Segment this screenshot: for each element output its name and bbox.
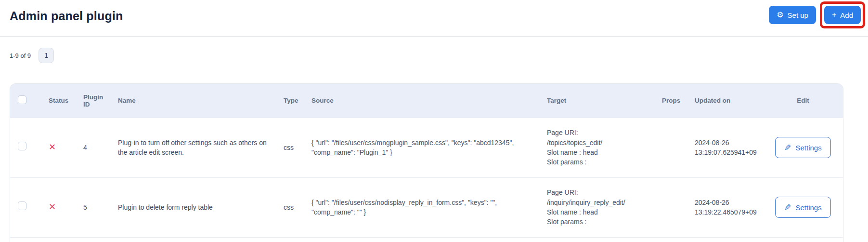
toolbar: ⚙ Set up + Add (769, 1, 865, 28)
plus-icon: + (832, 11, 836, 19)
column-header-target: Target (539, 84, 654, 118)
plugin-updated-on: 2024-08-26 13:19:07.625941+09 (687, 118, 762, 177)
setup-button[interactable]: ⚙ Set up (769, 6, 816, 24)
pagination-page-1-button[interactable]: 1 (39, 48, 54, 63)
column-header-type: Type (276, 84, 304, 118)
plugin-props (654, 118, 687, 177)
plugin-id-value: 5 (76, 177, 110, 237)
target-slot-params: Slot params : (547, 157, 647, 167)
status-x-icon: ✕ (49, 202, 56, 212)
table-header-row: Status Plugin ID Name Type Source Target… (10, 84, 843, 118)
column-header-status: Status (41, 84, 76, 118)
gear-icon: ⚙ (777, 11, 783, 19)
header-divider (0, 36, 868, 37)
add-button-highlight-box: + Add (820, 1, 865, 28)
target-page-uri-label: Page URI: (547, 128, 647, 137)
updated-date: 2024-08-26 (695, 198, 754, 207)
pagination: 1-9 of 9 1 (10, 48, 54, 63)
column-header-plugin-id: Plugin ID (76, 84, 110, 118)
table-row: ✕ 5 Plugin to delete form reply table cs… (10, 177, 843, 237)
updated-time: 13:19:22.465079+09 (695, 207, 754, 217)
updated-time: 13:19:07.625941+09 (695, 148, 754, 157)
status-x-icon: ✕ (49, 142, 56, 152)
plugin-type: css (276, 118, 304, 177)
plugin-id-value: 4 (76, 118, 110, 177)
column-header-updated-on: Updated on (687, 84, 762, 118)
plugin-table: Status Plugin ID Name Type Source Target… (10, 83, 843, 242)
row-checkbox[interactable] (18, 202, 26, 210)
settings-button-label: Settings (796, 203, 822, 212)
settings-button-label: Settings (796, 144, 822, 152)
select-all-checkbox[interactable] (18, 95, 26, 104)
plugin-updated-on: 2024-08-26 13:19:22.465079+09 (687, 177, 762, 237)
plugin-name: Plug-in to turn off other settings such … (110, 118, 276, 177)
pencil-icon: ✎ (784, 144, 791, 152)
settings-button[interactable]: ✎ Settings (775, 137, 830, 158)
plugin-target: Page URI: /inquiry/inquiry_reply_edit/ S… (539, 177, 654, 237)
pencil-icon: ✎ (784, 203, 791, 212)
column-header-props: Props (654, 84, 687, 118)
pagination-range: 1-9 of 9 (10, 52, 31, 59)
updated-date: 2024-08-26 (695, 138, 754, 148)
setup-button-label: Set up (788, 11, 808, 19)
column-header-edit: Edit (762, 84, 843, 118)
admin-plugin-page: Admin panel plugin ⚙ Set up + Add 1-9 of… (0, 0, 868, 242)
target-slot-name: Slot name : head (547, 148, 647, 157)
page-title: Admin panel plugin (10, 9, 123, 23)
plugin-source: { "url": "/files/user/css/nodisplay_repl… (304, 177, 539, 237)
plugin-name: Plugin to delete form reply table (110, 177, 276, 237)
target-slot-params: Slot params : (547, 217, 647, 227)
plugin-source: { "url": "/files/user/css/mngplugin_samp… (304, 118, 539, 177)
column-header-name: Name (110, 84, 276, 118)
column-header-source: Source (304, 84, 539, 118)
target-page-uri: /topics/topics_edit/ (547, 138, 647, 148)
table-row-partial (10, 237, 843, 242)
add-button[interactable]: + Add (824, 6, 861, 24)
settings-button[interactable]: ✎ Settings (775, 197, 830, 218)
table-row: ✕ 4 Plug-in to turn off other settings s… (10, 118, 843, 177)
target-slot-name: Slot name : head (547, 207, 647, 217)
target-page-uri-label: Page URI: (547, 188, 647, 197)
plugin-type: css (276, 177, 304, 237)
row-checkbox[interactable] (18, 142, 26, 150)
plugin-target: Page URI: /topics/topics_edit/ Slot name… (539, 118, 654, 177)
target-page-uri: /inquiry/inquiry_reply_edit/ (547, 198, 647, 207)
add-button-label: Add (840, 11, 853, 19)
plugin-props (654, 177, 687, 237)
